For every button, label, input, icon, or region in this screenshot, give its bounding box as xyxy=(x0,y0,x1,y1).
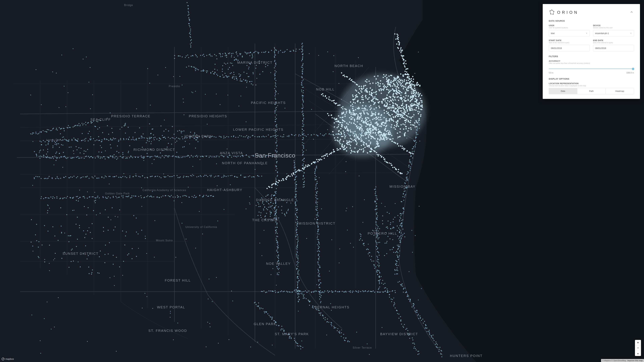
attribution-mapbox-link[interactable]: © Mapbox xyxy=(602,360,611,362)
svg-point-2990 xyxy=(95,202,96,203)
svg-point-2124 xyxy=(405,194,406,195)
svg-point-4053 xyxy=(309,53,310,54)
svg-point-4129 xyxy=(346,161,346,162)
svg-point-1997 xyxy=(403,63,404,64)
svg-point-2265 xyxy=(432,338,433,339)
svg-point-2008 xyxy=(406,74,407,75)
svg-point-2707 xyxy=(138,176,139,177)
svg-point-4284 xyxy=(552,10,552,10)
svg-point-1655 xyxy=(319,294,320,295)
svg-point-2561 xyxy=(156,156,157,157)
compass-button[interactable]: ▲ xyxy=(635,351,641,356)
svg-point-2625 xyxy=(249,157,250,158)
svg-point-2700 xyxy=(126,177,127,178)
svg-point-1722 xyxy=(277,252,278,253)
svg-point-3241 xyxy=(195,70,196,71)
svg-point-1290 xyxy=(319,160,320,161)
svg-point-1467 xyxy=(297,235,298,236)
device-select[interactable]: essential-ph-1 ▼ xyxy=(593,30,634,36)
svg-point-661 xyxy=(359,108,360,109)
accuracy-slider[interactable] xyxy=(549,68,634,69)
svg-point-2540 xyxy=(123,156,124,157)
district-label: HUNTERS POINT xyxy=(450,354,483,358)
svg-point-3465 xyxy=(260,206,261,207)
svg-point-3134 xyxy=(198,141,198,142)
user-select[interactable]: kiwi ▼ xyxy=(549,30,590,36)
collapse-panel-button[interactable] xyxy=(629,10,634,15)
svg-point-926 xyxy=(398,90,399,91)
svg-point-1773 xyxy=(303,79,304,80)
svg-point-3410 xyxy=(85,122,86,123)
seg-option-heatmap[interactable]: Heatmap xyxy=(606,88,634,94)
svg-point-1452 xyxy=(297,221,298,222)
svg-point-3081 xyxy=(168,157,168,158)
svg-point-3966 xyxy=(393,305,394,306)
svg-point-3602 xyxy=(378,262,378,263)
svg-point-3671 xyxy=(399,229,400,230)
svg-point-143 xyxy=(409,116,410,118)
svg-point-1799 xyxy=(302,112,302,113)
svg-point-295 xyxy=(408,113,409,114)
svg-point-3215 xyxy=(274,52,275,53)
svg-point-4075 xyxy=(158,75,158,75)
svg-point-1449 xyxy=(297,217,298,218)
seg-option-dots[interactable]: Dots xyxy=(549,88,577,94)
svg-point-2201 xyxy=(397,273,398,274)
svg-point-2003 xyxy=(406,68,407,69)
svg-point-510 xyxy=(397,80,399,81)
slider-thumb[interactable] xyxy=(632,68,634,70)
end-date-input[interactable]: 08/01/2018 xyxy=(593,45,634,51)
svg-point-283 xyxy=(386,89,388,90)
svg-point-598 xyxy=(351,151,353,152)
svg-point-3940 xyxy=(377,270,378,271)
svg-point-2271 xyxy=(437,344,438,345)
svg-point-2180 xyxy=(398,252,398,253)
svg-point-950 xyxy=(388,89,390,91)
svg-point-4091 xyxy=(96,215,97,215)
svg-point-3031 xyxy=(55,144,56,145)
svg-point-2185 xyxy=(398,257,399,258)
svg-point-682 xyxy=(353,122,354,124)
svg-point-1928 xyxy=(276,138,277,139)
svg-point-2476 xyxy=(352,135,353,136)
svg-point-1077 xyxy=(406,150,408,152)
svg-point-466 xyxy=(386,102,387,103)
svg-point-2229 xyxy=(412,307,412,308)
svg-point-1035 xyxy=(364,122,364,123)
svg-point-317 xyxy=(370,122,372,123)
svg-point-2200 xyxy=(396,274,397,275)
svg-point-1944 xyxy=(276,161,277,162)
svg-point-1165 xyxy=(344,75,345,76)
svg-point-3744 xyxy=(343,334,344,335)
svg-point-758 xyxy=(367,152,368,153)
svg-point-3137 xyxy=(174,134,174,135)
svg-point-1753 xyxy=(302,54,304,55)
svg-point-1220 xyxy=(403,117,404,118)
zoom-out-button[interactable]: − xyxy=(635,345,641,351)
svg-point-1172 xyxy=(351,79,352,80)
seg-option-path[interactable]: Path xyxy=(577,88,606,94)
attribution-osm-link[interactable]: © OpenStreetMap xyxy=(611,360,626,362)
start-date-input[interactable]: 06/01/2018 xyxy=(549,45,590,51)
improve-map-link[interactable]: Improve this map xyxy=(628,360,643,362)
svg-point-673 xyxy=(346,140,348,142)
svg-point-658 xyxy=(342,144,343,145)
svg-point-2850 xyxy=(138,196,139,197)
svg-point-2433 xyxy=(283,136,284,137)
svg-point-4068 xyxy=(36,69,36,70)
svg-point-2978 xyxy=(91,274,92,275)
svg-point-1821 xyxy=(303,138,304,139)
svg-point-2143 xyxy=(400,218,401,219)
svg-point-1844 xyxy=(303,165,304,166)
svg-point-1239 xyxy=(273,183,274,184)
svg-point-3375 xyxy=(44,131,46,132)
svg-point-1007 xyxy=(335,103,336,104)
zoom-in-button[interactable]: + xyxy=(635,340,641,345)
svg-point-2705 xyxy=(135,175,136,176)
svg-point-1575 xyxy=(316,206,316,207)
svg-point-1973 xyxy=(396,43,398,44)
svg-point-3076 xyxy=(182,131,183,132)
svg-point-3523 xyxy=(270,212,271,213)
svg-point-4220 xyxy=(249,196,250,197)
svg-point-3429 xyxy=(40,156,41,157)
